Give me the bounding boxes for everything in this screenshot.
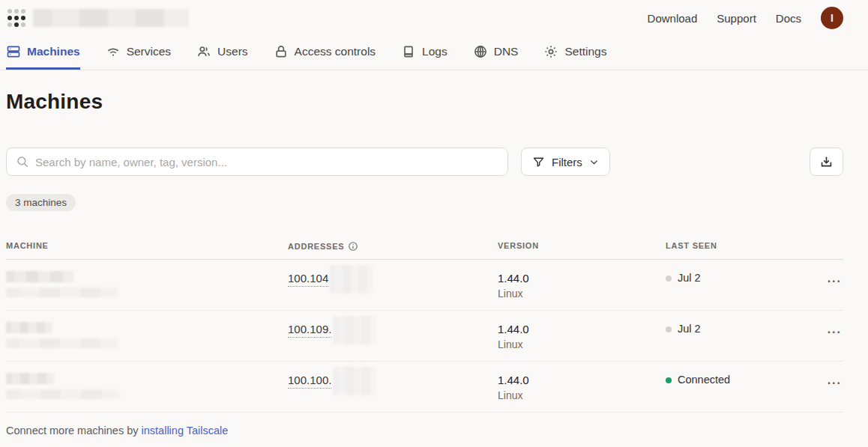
info-icon[interactable]: [348, 241, 358, 252]
table-row: 100.109. 1.44.0 Linux Jul 2 ...: [6, 311, 843, 362]
install-tailscale-link[interactable]: installing Tailscale: [142, 425, 229, 437]
version-value: 1.44.0: [498, 322, 666, 336]
row-menu-button[interactable]: ...: [826, 373, 843, 387]
tab-dns[interactable]: DNS: [473, 36, 519, 70]
user-avatar[interactable]: I: [821, 7, 843, 29]
server-icon: [6, 44, 21, 59]
tailscale-logo-icon: [6, 7, 27, 28]
search-box: [6, 148, 508, 176]
tab-label: Users: [217, 45, 247, 58]
tab-machines[interactable]: Machines: [6, 36, 80, 70]
table-row: 100.104 1.44.0 Linux Jul 2 ...: [6, 260, 843, 311]
status-dot-offline: [666, 326, 672, 332]
tab-access-controls[interactable]: Access controls: [274, 36, 376, 70]
os-label: Linux: [498, 389, 666, 401]
connect-more-text: Connect more machines by: [6, 425, 139, 437]
tab-users[interactable]: Users: [196, 36, 247, 70]
tab-label: Services: [127, 45, 171, 58]
address-suffix-redacted: [330, 265, 373, 294]
machine-count-badge: 3 machines: [6, 194, 76, 211]
globe-icon: [473, 44, 488, 59]
col-machine: MACHINE: [6, 241, 288, 250]
machine-owner-redacted: [6, 288, 118, 297]
os-label: Linux: [498, 338, 666, 350]
col-last-seen: LAST SEEN: [666, 241, 813, 250]
book-icon: [401, 44, 416, 59]
support-link[interactable]: Support: [717, 12, 756, 25]
tab-services[interactable]: Services: [106, 36, 171, 70]
address-suffix-redacted: [333, 367, 376, 395]
col-addresses: ADDRESSES: [288, 241, 498, 252]
version-value: 1.44.0: [498, 271, 666, 285]
wifi-icon: [106, 44, 121, 59]
tab-label: Machines: [27, 45, 80, 58]
status-dot-connected: [666, 377, 672, 383]
filters-label: Filters: [552, 156, 582, 168]
os-label: Linux: [498, 288, 666, 299]
last-seen-value: Jul 2: [678, 322, 701, 336]
chevron-down-icon: [589, 157, 599, 167]
tab-label: Logs: [422, 45, 447, 58]
tab-label: DNS: [494, 45, 519, 58]
funnel-icon: [532, 156, 545, 168]
search-icon: [16, 155, 29, 168]
machine-name-link[interactable]: [6, 271, 288, 297]
search-input[interactable]: [35, 156, 498, 168]
table-row: 100.100. 1.44.0 Linux Connected ...: [6, 362, 843, 413]
version-value: 1.44.0: [498, 373, 666, 387]
export-download-button[interactable]: [810, 148, 843, 176]
tab-settings[interactable]: Settings: [543, 36, 606, 70]
gear-icon: [543, 44, 558, 59]
machine-name-redacted: [6, 271, 73, 282]
address-link[interactable]: 100.109.: [288, 322, 331, 338]
address-link[interactable]: 100.104: [288, 271, 328, 287]
machines-table: MACHINE ADDRESSES VERSION LAST SEEN 100.…: [6, 241, 843, 413]
lock-icon: [274, 44, 289, 59]
tab-logs[interactable]: Logs: [401, 36, 447, 70]
last-seen-value: Jul 2: [678, 271, 701, 285]
tailnet-name-redacted: [33, 9, 189, 27]
row-menu-button[interactable]: ...: [826, 322, 843, 336]
table-header-row: MACHINE ADDRESSES VERSION LAST SEEN: [6, 241, 843, 260]
download-link[interactable]: Download: [648, 12, 698, 25]
docs-link[interactable]: Docs: [776, 12, 801, 25]
machine-name-link[interactable]: [6, 322, 288, 348]
machine-owner-redacted: [6, 338, 118, 348]
main-nav: Machines Services Users Access controls: [0, 36, 868, 70]
last-seen-value: Connected: [678, 373, 730, 387]
tab-label: Access controls: [295, 45, 376, 58]
col-version: VERSION: [498, 241, 666, 250]
status-dot-offline: [666, 276, 672, 282]
machine-owner-redacted: [6, 389, 120, 399]
tab-label: Settings: [564, 45, 606, 58]
page-title: Machines: [6, 90, 843, 114]
machine-name-redacted: [6, 322, 52, 333]
download-icon: [819, 155, 834, 169]
filters-button[interactable]: Filters: [521, 148, 610, 176]
address-suffix-redacted: [333, 316, 376, 344]
address-link[interactable]: 100.100.: [288, 373, 331, 389]
top-header: Download Support Docs I: [0, 0, 868, 36]
machine-name-link[interactable]: [6, 373, 288, 399]
machine-name-redacted: [6, 373, 54, 384]
row-menu-button[interactable]: ...: [826, 271, 843, 285]
users-icon: [196, 44, 211, 59]
connect-more-hint: Connect more machines by installing Tail…: [6, 425, 843, 437]
